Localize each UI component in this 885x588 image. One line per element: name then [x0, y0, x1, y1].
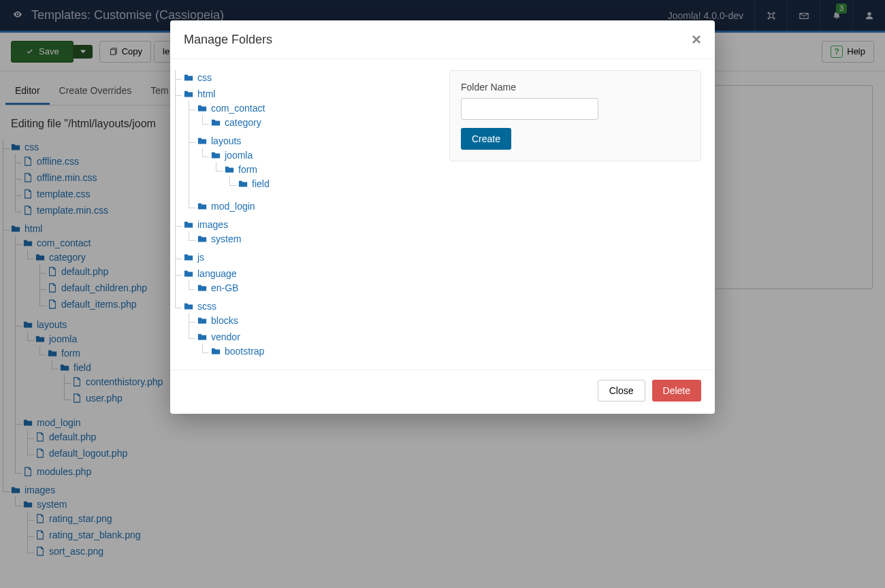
folder-icon	[184, 252, 193, 262]
folder-icon	[184, 89, 193, 99]
folder-icon	[197, 201, 207, 211]
tree-item: field	[238, 176, 436, 193]
folder-icon	[197, 283, 207, 293]
close-button[interactable]: Close	[598, 380, 645, 402]
tree-item: js	[184, 250, 436, 266]
tree-item: css	[184, 70, 436, 86]
tree-label: vendor	[211, 331, 240, 342]
tree-item: vendorbootstrap	[197, 329, 436, 362]
tree-label: bootstrap	[225, 346, 264, 357]
folder-icon	[197, 103, 207, 113]
tree-label: js	[197, 252, 204, 263]
tree-item: imagessystem	[184, 217, 436, 250]
tree-label: mod_login	[211, 201, 255, 212]
tree-node[interactable]: blocks	[197, 315, 238, 326]
folder-icon	[211, 118, 221, 127]
tree-label: scss	[197, 301, 216, 312]
tree-item: htmlcom_contactcategorylayoutsjoomlaform…	[184, 86, 436, 217]
tree-label: joomla	[225, 150, 253, 161]
folder-name-input[interactable]	[461, 98, 598, 120]
tree-label: blocks	[211, 315, 238, 326]
folder-icon	[197, 136, 207, 146]
tree-node[interactable]: html	[184, 88, 215, 99]
tree-item: system	[197, 231, 436, 248]
tree-item: layoutsjoomlaformfield	[197, 133, 436, 199]
tree-node[interactable]: category	[211, 117, 261, 128]
folder-icon	[197, 234, 207, 244]
folder-icon	[211, 346, 221, 356]
tree-item: en-GB	[197, 280, 436, 297]
tree-node[interactable]: language	[184, 268, 237, 279]
tree-node[interactable]: joomla	[211, 150, 253, 161]
folder-icon	[184, 269, 193, 278]
create-folder-form: Folder Name Create	[449, 70, 701, 161]
tree-node[interactable]: en-GB	[197, 282, 238, 293]
tree-node[interactable]: system	[197, 233, 241, 244]
tree-label: css	[197, 72, 212, 83]
modal-footer: Close Delete	[170, 370, 715, 414]
folder-icon	[197, 332, 207, 342]
folder-name-label: Folder Name	[461, 82, 690, 93]
folder-icon	[238, 179, 248, 189]
tree-item: joomlaformfield	[211, 148, 436, 197]
tree-label: layouts	[211, 135, 241, 146]
tree-label: images	[197, 219, 228, 230]
tree-node[interactable]: js	[184, 252, 204, 263]
tree-node[interactable]: images	[184, 219, 228, 230]
modal-overlay[interactable]: Manage Folders × csshtmlcom_contactcateg…	[0, 0, 885, 576]
delete-button[interactable]: Delete	[652, 380, 701, 402]
tree-item: scssblocksvendorbootstrap	[184, 299, 436, 364]
manage-folders-modal: Manage Folders × csshtmlcom_contactcateg…	[170, 20, 715, 414]
folder-icon	[225, 165, 234, 174]
tree-node[interactable]: com_contact	[197, 103, 265, 114]
folder-icon	[197, 316, 207, 325]
tree-node[interactable]: mod_login	[197, 201, 255, 212]
tree-label: language	[197, 268, 237, 279]
tree-node[interactable]: vendor	[197, 331, 240, 342]
tree-node[interactable]: field	[238, 178, 270, 189]
modal-header: Manage Folders ×	[170, 20, 715, 59]
folder-icon	[184, 301, 193, 311]
tree-label: en-GB	[211, 282, 238, 293]
close-icon[interactable]: ×	[692, 31, 701, 48]
folder-icon	[211, 150, 221, 160]
tree-item: mod_login	[197, 199, 436, 215]
modal-body: csshtmlcom_contactcategorylayoutsjoomlaf…	[170, 59, 715, 370]
tree-node[interactable]: bootstrap	[211, 346, 264, 357]
tree-node[interactable]: css	[184, 72, 212, 83]
tree-label: field	[252, 178, 270, 189]
tree-label: category	[225, 117, 261, 128]
modal-title: Manage Folders	[184, 33, 272, 47]
tree-item: formfield	[225, 162, 436, 195]
tree-item: category	[211, 115, 436, 131]
tree-label: form	[238, 164, 257, 175]
modal-folder-tree: csshtmlcom_contactcategorylayoutsjoomlaf…	[184, 70, 436, 364]
tree-label: system	[211, 233, 241, 244]
tree-item: languageen-GB	[184, 266, 436, 299]
tree-label: html	[197, 88, 215, 99]
create-button[interactable]: Create	[461, 128, 511, 150]
folder-icon	[184, 73, 193, 82]
tree-item: bootstrap	[211, 344, 436, 360]
tree-item: blocks	[197, 313, 436, 329]
tree-node[interactable]: layouts	[197, 135, 241, 146]
tree-label: com_contact	[211, 103, 265, 114]
tree-node[interactable]: scss	[184, 301, 216, 312]
tree-item: com_contactcategory	[197, 101, 436, 133]
folder-icon	[184, 220, 193, 229]
tree-node[interactable]: form	[225, 164, 257, 175]
